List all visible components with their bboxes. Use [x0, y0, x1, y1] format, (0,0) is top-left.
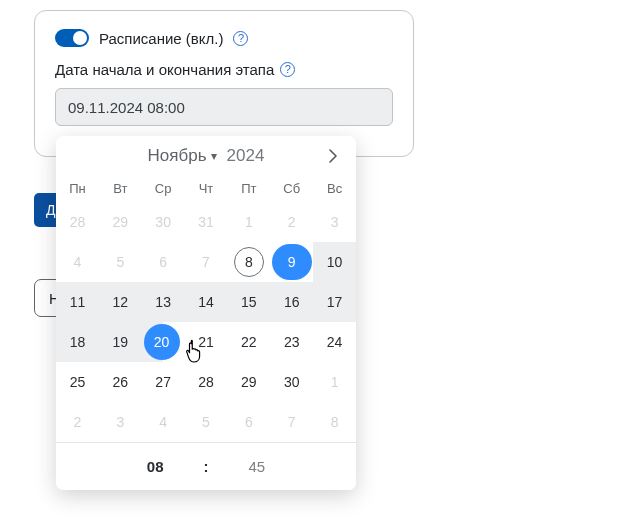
datepicker-day[interactable]: 22 [227, 322, 270, 362]
datepicker-day-number: 29 [112, 214, 128, 230]
datepicker-day[interactable]: 28 [56, 202, 99, 242]
datepicker-month-label: Ноябрь [148, 146, 207, 166]
datepicker-day[interactable]: 6 [142, 242, 185, 282]
datepicker-day-number: 2 [74, 414, 82, 430]
datepicker-day-number: 7 [288, 414, 296, 430]
datepicker-day-number: 25 [70, 374, 86, 390]
datepicker-day-number: 8 [331, 414, 339, 430]
datepicker-time-sep: : [204, 458, 209, 475]
datepicker-day-number: 2 [288, 214, 296, 230]
datepicker-time-row: 08 : 45 [56, 442, 356, 490]
datepicker-weekday-row: ПнВтСрЧтПтСбВс [56, 176, 356, 202]
datepicker-day-number: 18 [70, 334, 86, 350]
datepicker-day[interactable]: 13 [142, 282, 185, 322]
datepicker-day[interactable]: 11 [56, 282, 99, 322]
datepicker-weekday: Пт [227, 176, 270, 202]
datepicker-day-number: 30 [155, 214, 171, 230]
datepicker-day-number: 16 [284, 294, 300, 310]
datepicker-day[interactable]: 1 [227, 202, 270, 242]
schedule-toggle-row: Расписание (вкл.) ? [55, 29, 393, 47]
datepicker-day[interactable]: 24 [313, 322, 356, 362]
datepicker-day[interactable]: 18 [56, 322, 99, 362]
date-range-value: 09.11.2024 08:00 [68, 99, 185, 116]
datepicker-day[interactable]: 1 [313, 362, 356, 402]
datepicker-day-number: 8 [234, 247, 264, 277]
datepicker-day[interactable]: 10 [313, 242, 356, 282]
datepicker-day-number: 20 [144, 324, 180, 360]
datepicker-day-number: 30 [284, 374, 300, 390]
datepicker-day[interactable]: 27 [142, 362, 185, 402]
datepicker-day[interactable]: 9 [270, 242, 313, 282]
datepicker-day-number: 1 [245, 214, 253, 230]
datepicker-day-number: 3 [331, 214, 339, 230]
datepicker-day[interactable]: 14 [185, 282, 228, 322]
datepicker-day-number: 27 [155, 374, 171, 390]
help-icon[interactable]: ? [233, 31, 248, 46]
datepicker-day-number: 3 [116, 414, 124, 430]
datepicker-hour[interactable]: 08 [147, 458, 164, 475]
datepicker-weekday: Вт [99, 176, 142, 202]
datepicker-day[interactable]: 2 [56, 402, 99, 442]
datepicker-day[interactable]: 31 [185, 202, 228, 242]
schedule-toggle[interactable] [55, 29, 89, 47]
datepicker-day-number: 28 [70, 214, 86, 230]
datepicker-day[interactable]: 5 [99, 242, 142, 282]
datepicker-day[interactable]: 5 [185, 402, 228, 442]
help-icon[interactable]: ? [280, 62, 295, 77]
datepicker-year-select[interactable]: 2024 [227, 146, 265, 166]
datepicker-day[interactable]: 4 [142, 402, 185, 442]
schedule-card: Расписание (вкл.) ? Дата начала и оконча… [34, 10, 414, 157]
datepicker-day[interactable]: 3 [99, 402, 142, 442]
datepicker-minute[interactable]: 45 [249, 458, 266, 475]
chevron-right-icon [329, 149, 338, 163]
datepicker-day[interactable]: 3 [313, 202, 356, 242]
datepicker-day-number: 24 [327, 334, 343, 350]
datepicker-day-number: 1 [331, 374, 339, 390]
datepicker-day-number: 17 [327, 294, 343, 310]
datepicker-month-select[interactable]: Ноябрь ▾ [148, 146, 217, 166]
datepicker-day-number: 7 [202, 254, 210, 270]
datepicker-day-number: 10 [327, 254, 343, 270]
datepicker-day-number: 19 [112, 334, 128, 350]
date-range-input[interactable]: 09.11.2024 08:00 [55, 88, 393, 126]
datepicker-header: Ноябрь ▾ 2024 [56, 136, 356, 176]
datepicker-weekday: Сб [270, 176, 313, 202]
datepicker-day[interactable]: 29 [227, 362, 270, 402]
datepicker-day-number: 4 [159, 414, 167, 430]
datepicker-day-number: 11 [70, 294, 86, 310]
datepicker-day-number: 22 [241, 334, 257, 350]
datepicker-day-number: 15 [241, 294, 257, 310]
datepicker-day[interactable]: 6 [227, 402, 270, 442]
datepicker-day[interactable]: 19 [99, 322, 142, 362]
datepicker-weekday: Вс [313, 176, 356, 202]
datepicker-day[interactable]: 2 [270, 202, 313, 242]
datepicker-day[interactable]: 15 [227, 282, 270, 322]
datepicker-day[interactable]: 7 [185, 242, 228, 282]
datepicker-day[interactable]: 30 [142, 202, 185, 242]
datepicker-day[interactable]: 30 [270, 362, 313, 402]
datepicker-day[interactable]: 26 [99, 362, 142, 402]
datepicker-day[interactable]: 25 [56, 362, 99, 402]
datepicker-day[interactable]: 16 [270, 282, 313, 322]
datepicker-day[interactable]: 28 [185, 362, 228, 402]
datepicker-day[interactable]: 23 [270, 322, 313, 362]
datepicker-day-number: 23 [284, 334, 300, 350]
datepicker-day[interactable]: 29 [99, 202, 142, 242]
date-label-row: Дата начала и окончания этапа ? [55, 61, 393, 78]
datepicker-day[interactable]: 8 [227, 242, 270, 282]
datepicker-day[interactable]: 17 [313, 282, 356, 322]
datepicker-day-number: 14 [198, 294, 214, 310]
datepicker-day-number: 4 [74, 254, 82, 270]
datepicker-popup: Ноябрь ▾ 2024 ПнВтСрЧтПтСбВс 28293031123… [56, 136, 356, 490]
datepicker-day[interactable]: 4 [56, 242, 99, 282]
datepicker-day[interactable]: 7 [270, 402, 313, 442]
date-range-label: Дата начала и окончания этапа [55, 61, 274, 78]
datepicker-day[interactable]: 12 [99, 282, 142, 322]
datepicker-day-number: 13 [155, 294, 171, 310]
datepicker-day[interactable]: 8 [313, 402, 356, 442]
datepicker-day-number: 9 [272, 244, 312, 280]
datepicker-day[interactable]: 21 [185, 322, 228, 362]
datepicker-day[interactable]: 20 [142, 322, 185, 362]
datepicker-day-number: 6 [159, 254, 167, 270]
datepicker-next-month[interactable] [322, 145, 344, 167]
